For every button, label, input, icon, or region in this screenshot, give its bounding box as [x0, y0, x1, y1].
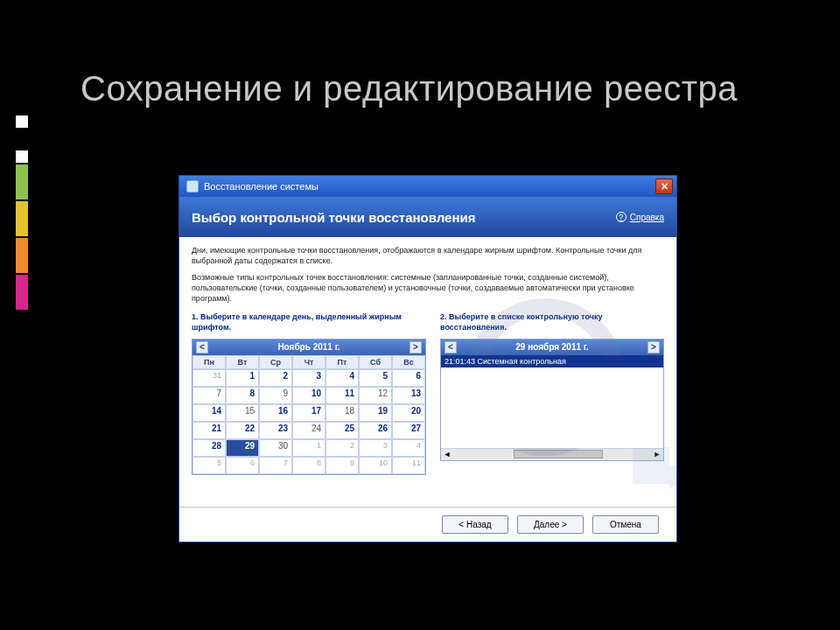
accent-segment	[16, 275, 28, 310]
calendar-day[interactable]: 27	[392, 422, 425, 439]
calendar-day[interactable]: 11	[326, 387, 359, 404]
calendar-day[interactable]: 1	[226, 369, 259, 387]
calendar-dow: Ср	[259, 355, 292, 369]
calendar-day[interactable]: 29	[226, 439, 259, 457]
calendar-day[interactable]: 5	[192, 457, 226, 474]
accent-segment	[16, 164, 28, 200]
accent-segment	[16, 52, 28, 114]
calendar-day[interactable]: 20	[392, 404, 425, 422]
calendar-day[interactable]: 26	[359, 422, 392, 439]
calendar-month-label: Ноябрь 2011 г.	[277, 342, 340, 352]
calendar-day[interactable]: 16	[259, 404, 292, 422]
slide-title: Сохранение и редактирование реестра	[80, 68, 738, 108]
calendar-day[interactable]: 6	[392, 369, 425, 387]
help-label: Справка	[630, 213, 664, 222]
calendar-dow: Чт	[292, 355, 326, 369]
calendar-day[interactable]: 14	[192, 404, 226, 422]
calendar-day[interactable]: 18	[326, 404, 359, 422]
calendar-day[interactable]: 7	[259, 457, 292, 474]
step-1-label: 1. Выберите в календаре день, выделенный…	[192, 312, 428, 332]
calendar-day[interactable]: 5	[359, 369, 392, 387]
calendar-day[interactable]: 25	[326, 422, 359, 439]
calendar-day[interactable]: 3	[359, 439, 392, 457]
calendar-day[interactable]: 31	[192, 369, 226, 387]
calendar-dow: Пт	[326, 355, 359, 369]
calendar-day[interactable]: 10	[359, 457, 392, 474]
calendar-next-button[interactable]: >	[410, 341, 422, 354]
calendar-day[interactable]: 11	[392, 457, 425, 474]
accent-segment	[16, 201, 28, 236]
restore-point-item[interactable]: 21:01:43 Системная контрольная	[441, 355, 663, 368]
help-link[interactable]: ? Справка	[616, 212, 664, 222]
calendar-day[interactable]: 24	[292, 422, 326, 439]
calendar-day[interactable]: 7	[192, 387, 226, 404]
calendar-day[interactable]: 6	[226, 457, 259, 474]
calendar: < Ноябрь 2011 г. > ПнВтСрЧтПтСбВс 311234…	[192, 339, 426, 475]
description-1: Дни, имеющие контрольные точки восстанов…	[192, 246, 664, 266]
calendar-day[interactable]: 15	[226, 404, 259, 422]
calendar-day[interactable]: 2	[259, 369, 292, 387]
slide-accent-bar	[16, 52, 28, 312]
calendar-day[interactable]: 12	[359, 387, 392, 404]
calendar-dow: Пн	[192, 355, 226, 369]
calendar-dow: Вс	[392, 355, 425, 369]
wizard-buttons: < Назад Далее > Отмена	[179, 507, 676, 542]
calendar-day[interactable]: 13	[392, 387, 425, 404]
system-restore-window: Восстановление системы ✕ Выбор контрольн…	[178, 175, 677, 542]
page-heading: Выбор контрольной точки восстановления	[192, 210, 475, 225]
calendar-day[interactable]: 23	[259, 422, 292, 439]
back-button[interactable]: < Назад	[442, 515, 508, 534]
calendar-day[interactable]: 4	[326, 369, 359, 387]
accent-segment	[16, 130, 28, 149]
calendar-day[interactable]: 8	[292, 457, 326, 474]
next-button[interactable]: Далее >	[517, 515, 584, 534]
calendar-day[interactable]: 10	[292, 387, 326, 404]
calendar-day[interactable]: 9	[259, 387, 292, 404]
calendar-dow: Вт	[226, 355, 259, 369]
cancel-button[interactable]: Отмена	[592, 515, 659, 534]
accent-segment	[16, 150, 28, 163]
calendar-day[interactable]: 17	[292, 404, 326, 422]
window-title: Восстановление системы	[204, 181, 318, 192]
calendar-day[interactable]: 30	[259, 439, 292, 457]
calendar-dow: Сб	[359, 355, 392, 369]
close-button[interactable]: ✕	[655, 178, 673, 194]
calendar-day[interactable]: 21	[192, 422, 226, 439]
calendar-day[interactable]: 28	[192, 439, 226, 457]
calendar-day[interactable]: 4	[392, 439, 425, 457]
calendar-day[interactable]: 2	[326, 439, 359, 457]
help-icon: ?	[616, 212, 626, 222]
calendar-day[interactable]: 3	[292, 369, 326, 387]
content-area: Дни, имеющие контрольные точки восстанов…	[179, 237, 676, 508]
titlebar[interactable]: Восстановление системы ✕	[179, 176, 676, 197]
calendar-column: 1. Выберите в календаре день, выделенный…	[192, 312, 428, 474]
accent-segment	[16, 238, 28, 273]
window-icon	[186, 180, 199, 192]
restore-points-list: < 29 ноября 2011 г. > 21:01:43 Системная…	[440, 339, 664, 461]
accent-segment	[16, 116, 28, 128]
calendar-prev-button[interactable]: <	[196, 341, 208, 354]
calendar-day[interactable]: 9	[326, 457, 359, 474]
calendar-day[interactable]: 1	[292, 439, 326, 457]
calendar-day[interactable]: 22	[226, 422, 259, 439]
page-heading-banner: Выбор контрольной точки восстановления ?…	[179, 197, 676, 237]
calendar-day[interactable]: 19	[359, 404, 392, 422]
calendar-day[interactable]: 8	[226, 387, 259, 404]
